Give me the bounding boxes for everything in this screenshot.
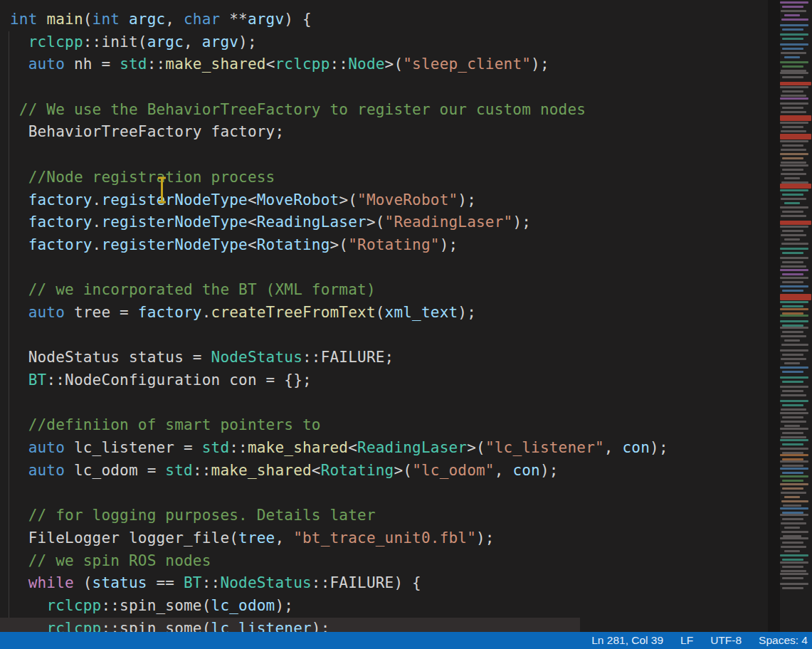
- minimap-line: [780, 366, 808, 369]
- minimap-line: [782, 211, 803, 213]
- minimap-line: [782, 230, 803, 232]
- minimap-line: [780, 376, 808, 379]
- minimap-shadow: [768, 0, 780, 632]
- minimap-line: [780, 439, 808, 441]
- minimap-line: [780, 61, 808, 63]
- minimap-line: [780, 327, 808, 329]
- code-line: BehaviorTreeFactory factory;: [10, 121, 668, 144]
- minimap-line: [780, 386, 808, 388]
- code-line: factory.registerNodeType<ReadingLaser>("…: [10, 211, 668, 234]
- minimap-line: [781, 173, 806, 175]
- minimap-line: [781, 335, 806, 337]
- minimap-line: [780, 320, 808, 322]
- minimap-line: [782, 518, 803, 520]
- minimap-line: [780, 315, 808, 317]
- minimap-line: [784, 238, 800, 241]
- minimap-line: [780, 184, 811, 189]
- minimap-line: [784, 550, 800, 552]
- minimap-line: [780, 24, 808, 26]
- minimap-line: [780, 221, 811, 225]
- minimap-line: [782, 107, 803, 109]
- minimap-line: [781, 358, 806, 360]
- minimap-line: [781, 546, 806, 548]
- code-line: // for logging purposes. Details later: [10, 505, 668, 527]
- minimap-line: [781, 243, 808, 245]
- status-eol-sequence[interactable]: LF: [680, 634, 693, 647]
- code-line: // we incorporated the BT (XML format): [10, 279, 668, 302]
- minimap-line: [780, 514, 808, 516]
- minimap-line: [780, 448, 808, 450]
- minimap-line: [782, 331, 803, 333]
- minimap-line: [782, 487, 803, 490]
- minimap-line: [780, 507, 808, 510]
- minimap-line: [780, 475, 808, 477]
- code-line: [10, 324, 668, 347]
- minimap-line: [782, 281, 803, 283]
- minimap-line: [782, 443, 803, 445]
- minimap-line: [782, 28, 803, 31]
- minimap-line: [782, 559, 803, 561]
- minimap-line: [781, 570, 806, 572]
- code-line: auto nh = std::make_shared<rclcpp::Node>…: [10, 53, 668, 76]
- code-line: auto lc_listener = std::make_shared<Read…: [10, 437, 668, 460]
- minimap-line: [782, 416, 803, 418]
- minimap-line: [781, 162, 806, 164]
- minimap-line: [780, 573, 808, 575]
- code-line: auto tree = factory.createTreeFromText(x…: [10, 302, 668, 324]
- minimap-line: [780, 140, 808, 142]
- minimap-line: [781, 52, 806, 54]
- status-encoding[interactable]: UTF-8: [710, 634, 742, 647]
- minimap-line: [780, 115, 811, 121]
- minimap-line: [780, 483, 808, 485]
- minimap-line: [781, 198, 806, 200]
- minimap-line: [782, 305, 803, 307]
- minimap-line: [782, 261, 803, 263]
- code-line: FileLogger logger_file(tree, "bt_trace_u…: [10, 527, 668, 550]
- minimap-line: [780, 294, 811, 300]
- minimap-line: [782, 371, 803, 373]
- minimap-line: [782, 480, 803, 482]
- status-indentation[interactable]: Spaces: 4: [759, 634, 808, 647]
- minimap-line: [780, 1, 808, 4]
- status-cursor-position[interactable]: Ln 281, Col 39: [591, 634, 663, 647]
- code-line: [10, 76, 668, 99]
- minimap-line: [782, 144, 803, 147]
- code-line: factory.registerNodeType<MoveRobot>("Mov…: [10, 189, 668, 212]
- code-editor[interactable]: int main(int argc, char **argv) { rclcpp…: [0, 0, 812, 632]
- minimap-line: [780, 102, 808, 105]
- minimap-line: [781, 344, 808, 346]
- minimap-line: [781, 522, 806, 524]
- minimap-line: [782, 465, 803, 467]
- minimap-line: [781, 436, 806, 438]
- minimap-line: [782, 6, 803, 8]
- minimap-line: [780, 412, 808, 414]
- minimap-line: [782, 65, 803, 68]
- minimap-line: [782, 194, 803, 196]
- minimap[interactable]: [780, 0, 812, 632]
- minimap-line: [781, 234, 806, 236]
- minimap-line: [780, 537, 808, 539]
- code-line: rclcpp::spin_some(lc_odom);: [10, 595, 668, 618]
- minimap-line: [782, 381, 803, 383]
- minimap-line: [780, 460, 808, 463]
- minimap-line: [784, 362, 800, 364]
- minimap-line: [782, 472, 803, 474]
- minimap-line: [780, 400, 808, 402]
- code-line: //Node registration process: [10, 167, 668, 189]
- minimap-line: [782, 157, 803, 159]
- minimap-line: [781, 130, 806, 132]
- minimap-line: [781, 421, 806, 423]
- minimap-line: [781, 394, 806, 396]
- minimap-line: [781, 265, 806, 268]
- code-line: int main(int argc, char **argv) {: [10, 9, 668, 31]
- minimap-line: [782, 542, 803, 544]
- minimap-line: [780, 206, 808, 209]
- minimap-line: [780, 301, 808, 303]
- minimap-line: [780, 285, 808, 287]
- minimap-line: [782, 90, 803, 93]
- minimap-line: [780, 428, 808, 430]
- minimap-line: [780, 33, 808, 36]
- text-ibeam-cursor-icon: [156, 176, 168, 207]
- minimap-line: [780, 86, 808, 88]
- minimap-line: [780, 164, 808, 167]
